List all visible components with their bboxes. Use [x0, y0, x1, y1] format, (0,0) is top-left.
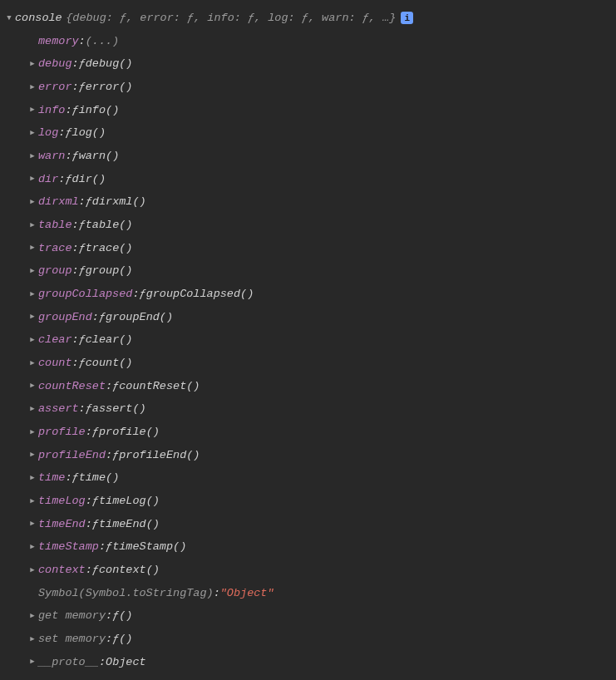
info-icon[interactable]: i: [401, 12, 413, 24]
expand-icon[interactable]: [28, 101, 37, 119]
expand-icon[interactable]: [28, 446, 37, 464]
function-symbol: ƒ: [112, 628, 119, 651]
function-name: warn(): [79, 145, 120, 168]
summary-value: ƒ: [248, 12, 254, 24]
expand-icon[interactable]: [28, 562, 37, 579]
summary-key: error: [140, 12, 174, 24]
function-symbol: ƒ: [65, 121, 71, 145]
expand-icon[interactable]: [28, 332, 37, 349]
property-row[interactable]: set memory: ƒ (): [5, 628, 611, 651]
property-row[interactable]: memory: (...): [5, 30, 611, 53]
properties-list: memory: (...)debug: ƒ debug()error: ƒ er…: [5, 30, 611, 674]
expand-icon[interactable]: [28, 539, 37, 556]
function-symbol: ƒ: [65, 168, 71, 191]
property-value-string: "Object": [220, 582, 274, 605]
expand-icon[interactable]: [28, 515, 37, 533]
function-name: countReset(): [119, 375, 200, 398]
property-key: Symbol(Symbol.toStringTag): [38, 582, 214, 605]
expand-icon[interactable]: [28, 401, 37, 418]
property-row[interactable]: table: ƒ table(): [5, 214, 611, 237]
collapse-icon[interactable]: [5, 10, 13, 27]
function-name: groupCollapsed(): [146, 283, 254, 306]
property-row[interactable]: clear: ƒ clear(): [5, 328, 611, 352]
property-row[interactable]: get memory: ƒ (): [5, 604, 611, 628]
property-key: warn: [38, 145, 65, 168]
property-row[interactable]: debug: ƒ debug(): [5, 52, 611, 76]
property-value: (...): [86, 30, 120, 53]
property-row[interactable]: count: ƒ count(): [5, 352, 611, 375]
property-row[interactable]: time: ƒ time(): [5, 466, 611, 490]
property-row[interactable]: timeStamp: ƒ timeStamp(): [5, 535, 611, 559]
property-row[interactable]: __proto__: Object: [5, 651, 611, 674]
expand-icon[interactable]: [28, 470, 37, 487]
function-symbol: ƒ: [106, 535, 112, 559]
expand-icon[interactable]: [28, 239, 37, 257]
function-name: log(): [72, 121, 106, 145]
function-symbol: ƒ: [112, 375, 119, 398]
function-name: profileEnd(): [119, 444, 200, 467]
property-key: memory: [38, 30, 79, 53]
property-row[interactable]: error: ƒ error(): [5, 76, 611, 99]
property-row[interactable]: groupEnd: ƒ groupEnd(): [5, 306, 611, 329]
property-key: timeLog: [38, 490, 86, 513]
property-key: assert: [38, 397, 79, 421]
expand-icon[interactable]: [28, 355, 37, 372]
function-name: table(): [86, 214, 133, 237]
function-name: info(): [79, 99, 120, 122]
function-name: clear(): [86, 328, 133, 352]
expand-icon[interactable]: [28, 170, 37, 188]
property-row[interactable]: timeEnd: ƒ timeEnd(): [5, 513, 611, 536]
expand-icon[interactable]: [28, 79, 37, 96]
expand-icon[interactable]: [28, 377, 37, 395]
function-symbol: ƒ: [79, 214, 86, 237]
expand-icon[interactable]: [28, 424, 37, 441]
function-name: time(): [79, 466, 120, 490]
function-name: trace(): [86, 237, 133, 260]
property-row[interactable]: countReset: ƒ countReset(): [5, 375, 611, 398]
object-header-row[interactable]: console { debug: ƒ, error: ƒ, info: ƒ, l…: [5, 7, 611, 30]
property-key: debug: [38, 52, 72, 76]
property-row[interactable]: info: ƒ info(): [5, 99, 611, 122]
property-row[interactable]: timeLog: ƒ timeLog(): [5, 490, 611, 513]
expand-icon[interactable]: [28, 125, 37, 142]
summary-value: ƒ: [187, 12, 194, 24]
function-symbol: ƒ: [72, 145, 79, 168]
expand-icon[interactable]: [28, 608, 37, 625]
expand-icon[interactable]: [28, 56, 37, 73]
property-key: log: [38, 121, 58, 145]
expand-icon[interactable]: [28, 308, 37, 326]
property-row[interactable]: dir: ƒ dir(): [5, 168, 611, 191]
property-row[interactable]: assert: ƒ assert(): [5, 397, 611, 421]
function-symbol: ƒ: [79, 76, 86, 99]
expand-icon[interactable]: [28, 148, 37, 165]
property-key: error: [38, 76, 72, 99]
expand-icon[interactable]: [28, 286, 37, 303]
property-row[interactable]: context: ƒ context(): [5, 559, 611, 582]
expand-icon[interactable]: [28, 653, 37, 671]
property-row[interactable]: Symbol(Symbol.toStringTag): "Object": [5, 582, 611, 605]
property-key: info: [38, 99, 65, 122]
function-name: group(): [86, 259, 133, 283]
expand-icon[interactable]: [28, 194, 37, 211]
property-row[interactable]: warn: ƒ warn(): [5, 145, 611, 168]
property-row[interactable]: profileEnd: ƒ profileEnd(): [5, 444, 611, 467]
property-row[interactable]: group: ƒ group(): [5, 259, 611, 283]
expand-icon[interactable]: [28, 217, 37, 234]
property-key: trace: [38, 237, 72, 260]
expand-icon[interactable]: [28, 263, 37, 280]
property-row[interactable]: log: ƒ log(): [5, 121, 611, 145]
property-key: timeStamp: [38, 535, 99, 559]
summary-value: ƒ: [120, 12, 126, 24]
property-row[interactable]: dirxml: ƒ dirxml(): [5, 190, 611, 214]
property-row[interactable]: trace: ƒ trace(): [5, 237, 611, 260]
property-key: time: [38, 466, 65, 490]
function-symbol: ƒ: [140, 283, 146, 306]
expand-icon[interactable]: [28, 631, 37, 648]
expand-icon[interactable]: [28, 493, 37, 510]
property-key: clear: [38, 328, 72, 352]
function-name: context(): [99, 559, 160, 582]
property-row[interactable]: profile: ƒ profile(): [5, 421, 611, 444]
summary-value: ƒ: [302, 12, 308, 24]
property-row[interactable]: groupCollapsed: ƒ groupCollapsed(): [5, 283, 611, 306]
property-key: context: [38, 559, 86, 582]
